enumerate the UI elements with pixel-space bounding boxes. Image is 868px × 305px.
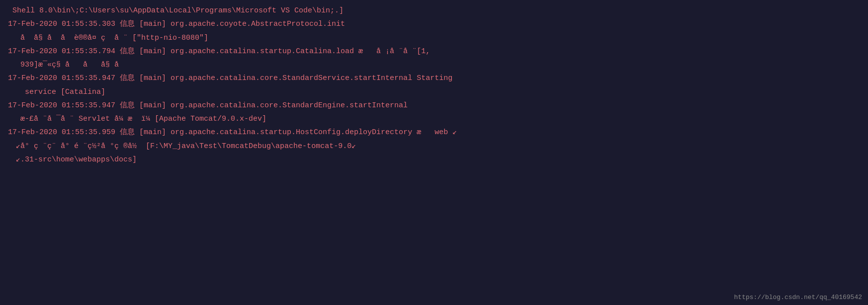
log-line-2: å å§ å å è®®å¤ ç å ¨ ["http-nio-8080"] [0,31,868,45]
log-line-5: 17-Feb-2020 01:55:35.947 信息 [main] org.a… [0,72,868,85]
log-line-1: 17-Feb-2020 01:55:35.303 信息 [main] org.a… [0,17,868,31]
terminal-container: Shell 8.0\bin\;C:\Users\su\AppData\Local… [0,0,868,305]
log-line-10: ↙å° ç ¨ç¨ å° é ¨ç½²å °ç ®å½ [F:\MY_java\… [0,140,868,153]
watermark: https://blog.csdn.net/qq_40169542 [734,294,862,301]
log-line-3: 17-Feb-2020 01:55:35.794 信息 [main] org.a… [0,45,868,58]
log-line-4: 939]æ¯«ç§ å å å§ å [0,58,868,72]
log-line-11: ↙.31-src\home\webapps\docs] [0,153,868,166]
log-line-0: Shell 8.0\bin\;C:\Users\su\AppData\Local… [0,4,868,17]
log-line-6: service [Catalina] [0,85,868,99]
log-line-8: æ-£å ¨å ¯å ¨ Servlet å¼ æ ï¼ [Apache Tom… [0,112,868,126]
log-line-7: 17-Feb-2020 01:55:35.947 信息 [main] org.a… [0,99,868,112]
log-line-9: 17-Feb-2020 01:55:35.959 信息 [main] org.a… [0,126,868,139]
